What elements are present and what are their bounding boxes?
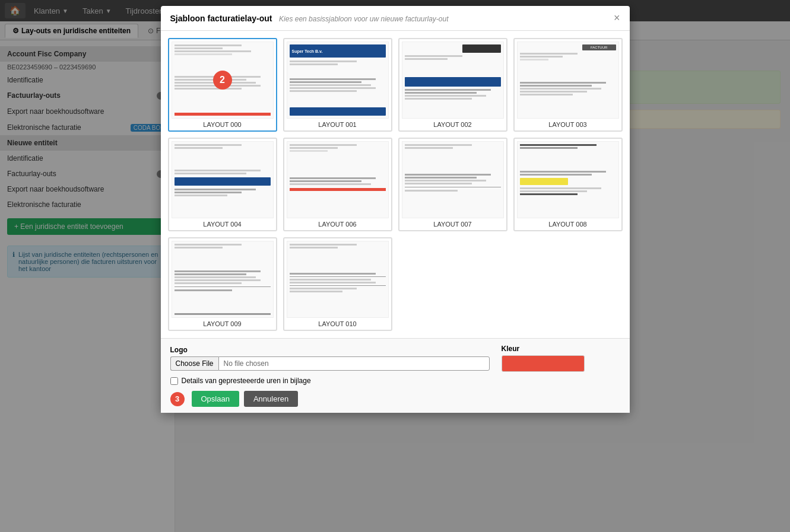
layouts-grid-row1: 2 LAYOUT 000 Super Tech B.v. bbox=[168, 38, 623, 132]
layout-item-004[interactable]: LAYOUT 004 bbox=[168, 138, 277, 231]
step3-badge: 3 bbox=[170, 392, 185, 406]
layout-preview-002 bbox=[402, 42, 504, 119]
layout-label-007: LAYOUT 007 bbox=[402, 221, 504, 228]
modal-title: Sjabloon facturatielay-out bbox=[170, 14, 272, 23]
logo-label: Logo bbox=[170, 346, 490, 354]
modal-body: 2 LAYOUT 000 Super Tech B.v. bbox=[161, 31, 630, 338]
selected-indicator: 2 bbox=[213, 71, 232, 90]
file-input-wrapper: Choose File No file chosen bbox=[170, 356, 490, 371]
modal-dialog: Sjabloon facturatielay-out Kies een basi… bbox=[161, 6, 630, 413]
layout-preview-006 bbox=[287, 141, 389, 218]
modal-close-button[interactable]: × bbox=[614, 12, 620, 24]
layout-label-008: LAYOUT 008 bbox=[517, 221, 619, 228]
choose-file-button[interactable]: Choose File bbox=[170, 356, 218, 371]
layout-preview-009 bbox=[172, 241, 274, 318]
cancel-button[interactable]: Annuleren bbox=[244, 391, 298, 407]
modal-overlay: Sjabloon facturatielay-out Kies een basi… bbox=[0, 0, 790, 532]
layout-item-009[interactable]: LAYOUT 009 bbox=[168, 237, 277, 331]
color-swatch[interactable] bbox=[502, 355, 585, 372]
layout-preview-001: Super Tech B.v. bbox=[287, 42, 389, 119]
color-label: Kleur bbox=[502, 345, 620, 353]
layout-preview-000: 2 bbox=[172, 42, 274, 119]
layout-label-000: LAYOUT 000 bbox=[172, 121, 274, 128]
checkbox-label: Details van gepresteeerde uren in bijlag… bbox=[182, 377, 311, 385]
layouts-grid-row2: LAYOUT 004 bbox=[168, 138, 623, 231]
layout-item-006[interactable]: LAYOUT 006 bbox=[283, 138, 392, 231]
save-button[interactable]: Opslaan bbox=[192, 391, 239, 407]
file-name-label: No file chosen bbox=[218, 356, 490, 371]
layout-preview-008 bbox=[517, 141, 619, 218]
modal-subtitle: Kies een basissjabloon voor uw nieuwe fa… bbox=[279, 15, 449, 23]
modal-footer: Logo Choose File No file chosen Kleur De… bbox=[161, 338, 630, 413]
layout-item-010[interactable]: LAYOUT 010 bbox=[283, 237, 392, 331]
layout-label-004: LAYOUT 004 bbox=[172, 221, 274, 228]
layout-label-010: LAYOUT 010 bbox=[287, 320, 389, 327]
layout-preview-003: FACTUUR bbox=[517, 42, 619, 119]
color-group: Kleur bbox=[502, 345, 620, 372]
layout-preview-004 bbox=[172, 141, 274, 218]
layout-item-001[interactable]: Super Tech B.v. bbox=[283, 38, 392, 132]
layouts-grid-row3: LAYOUT 009 bbox=[168, 237, 623, 331]
checkbox-row: Details van gepresteeerde uren in bijlag… bbox=[170, 377, 620, 385]
footer-actions: 3 Opslaan Annuleren bbox=[170, 391, 620, 407]
layout-item-002[interactable]: LAYOUT 002 bbox=[398, 38, 507, 132]
layout-item-007[interactable]: LAYOUT 007 bbox=[398, 138, 507, 231]
layout-label-001: LAYOUT 001 bbox=[287, 121, 389, 128]
layout-preview-010 bbox=[287, 241, 389, 318]
empty-cell-1 bbox=[398, 237, 507, 331]
layout-item-000[interactable]: 2 LAYOUT 000 bbox=[168, 38, 277, 132]
details-checkbox[interactable] bbox=[170, 377, 178, 385]
logo-group: Logo Choose File No file chosen bbox=[170, 346, 490, 371]
modal-title-group: Sjabloon facturatielay-out Kies een basi… bbox=[170, 14, 449, 23]
empty-cell-2 bbox=[513, 237, 623, 331]
layout-item-003[interactable]: FACTUUR bbox=[513, 38, 623, 132]
layout-label-003: LAYOUT 003 bbox=[517, 121, 619, 128]
layout-preview-007 bbox=[402, 141, 504, 218]
footer-inputs-row: Logo Choose File No file chosen Kleur bbox=[170, 345, 620, 372]
layout-label-006: LAYOUT 006 bbox=[287, 221, 389, 228]
layout-label-002: LAYOUT 002 bbox=[402, 121, 504, 128]
layout-label-009: LAYOUT 009 bbox=[172, 320, 274, 327]
layout-item-008[interactable]: LAYOUT 008 bbox=[513, 138, 623, 231]
modal-header: Sjabloon facturatielay-out Kies een basi… bbox=[161, 6, 630, 31]
